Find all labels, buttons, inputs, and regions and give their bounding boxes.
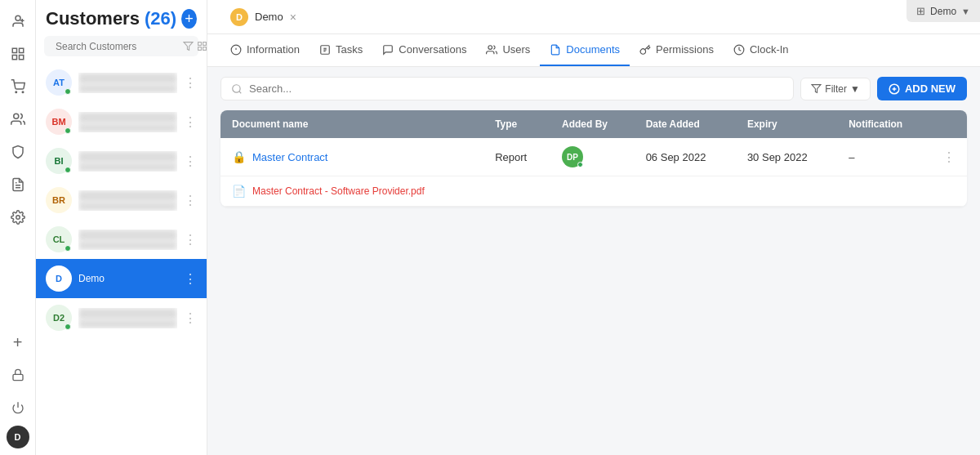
nav-cart[interactable] <box>3 72 33 101</box>
list-item[interactable]: D2 ██████████ ████ ⋮ <box>36 298 207 337</box>
nav-lock[interactable] <box>3 360 33 390</box>
doc-date-added: 06 Sep 2022 <box>635 138 736 176</box>
more-options-button[interactable]: ⋮ <box>184 154 197 169</box>
doc-type <box>483 176 550 207</box>
tab-permissions[interactable]: Permissions <box>630 34 724 66</box>
customer-name: ██████████ <box>78 230 177 241</box>
table-header-row: Document name Type Added By Date Added E… <box>220 110 967 138</box>
svg-rect-4 <box>19 48 23 52</box>
list-item[interactable]: BI ██████████ ████ ⋮ <box>36 141 207 181</box>
doc-expiry: 30 Sep 2022 <box>736 138 837 176</box>
demo-avatar: D <box>230 8 248 26</box>
more-options-button[interactable]: ⋮ <box>184 310 197 326</box>
customer-name: ██████████ <box>78 73 177 84</box>
list-item[interactable]: BM ██████████ ████ ⋮ <box>36 102 207 141</box>
document-pdf-name: Master Contract - Software Provider.pdf <box>252 185 425 197</box>
svg-point-9 <box>13 114 18 118</box>
nav-grid[interactable] <box>3 39 33 69</box>
demo-tab-label: Demo <box>255 11 283 23</box>
tab-information[interactable]: Information <box>220 34 310 66</box>
customer-sub: ████ <box>78 123 177 132</box>
add-customer-button[interactable]: + <box>181 9 197 29</box>
sidebar-header: Customers (26) + <box>36 0 207 36</box>
nav-settings[interactable] <box>3 203 33 232</box>
documents-content: Filter ▼ ADD NEW Document name Type Adde… <box>207 67 980 455</box>
info-icon <box>230 44 242 56</box>
list-item[interactable]: D Demo ⋮ <box>36 259 207 298</box>
table-row[interactable]: 🔒 Master Contract Report DP 06 Sep 2022 … <box>220 138 967 176</box>
customer-name: Demo <box>78 273 177 284</box>
nav-document[interactable] <box>3 170 33 199</box>
svg-rect-21 <box>198 47 202 51</box>
search-input[interactable] <box>56 41 178 52</box>
customer-sub: ████ <box>78 202 177 211</box>
more-options-button[interactable]: ⋮ <box>184 193 197 208</box>
avatar: BR <box>46 187 72 213</box>
col-document-name: Document name <box>220 110 483 138</box>
avatar: CL <box>46 226 72 252</box>
demo-tab[interactable]: D Demo × <box>220 0 306 33</box>
nav-power[interactable] <box>3 393 33 422</box>
document-icon <box>550 44 561 56</box>
col-notification: Notification <box>837 110 931 138</box>
user-avatar[interactable]: D <box>7 426 29 448</box>
table-row[interactable]: 📄 Master Contract - Software Provider.pd… <box>220 176 967 207</box>
tab-clock-in[interactable]: Clock-In <box>724 34 799 66</box>
main-content: D Demo × Information Tasks Conversations… <box>207 0 980 455</box>
doc-added-by: DP <box>550 138 635 176</box>
top-bar: D Demo × <box>207 0 980 34</box>
doc-name-cell: 🔒 Master Contract <box>220 138 483 176</box>
layout-icon[interactable] <box>197 41 207 51</box>
customer-name: ██████████ <box>78 308 177 319</box>
customers-sidebar: Customers (26) + « AT ██████████ ████ ⋮ … <box>36 0 207 455</box>
tab-documents[interactable]: Documents <box>540 34 630 66</box>
users-icon <box>486 44 497 56</box>
svg-rect-5 <box>12 56 16 60</box>
tab-tasks[interactable]: Tasks <box>310 34 372 66</box>
close-tab-button[interactable]: × <box>290 11 296 24</box>
nav-people[interactable] <box>3 105 33 134</box>
document-search-input[interactable] <box>249 83 783 95</box>
svg-rect-13 <box>13 374 23 380</box>
svg-rect-19 <box>203 42 207 46</box>
action-bar: Filter ▼ ADD NEW <box>220 77 967 100</box>
avatar: D <box>46 265 72 292</box>
row-more-button[interactable]: ⋮ <box>942 150 956 164</box>
filter-icon[interactable] <box>183 41 194 51</box>
avatar: BI <box>46 148 72 174</box>
customer-name: ██████████ <box>78 190 177 202</box>
document-search <box>220 77 794 100</box>
list-item[interactable]: CL ██████████ ████ ⋮ <box>36 220 207 259</box>
customer-name: ██████████ <box>78 151 177 163</box>
svg-point-7 <box>16 91 17 93</box>
tab-conversations[interactable]: Conversations <box>372 34 476 66</box>
list-item[interactable]: AT ██████████ ████ ⋮ <box>36 63 207 102</box>
nav-user-plus[interactable] <box>3 7 33 36</box>
detail-tabs: Information Tasks Conversations Users Do… <box>207 34 980 67</box>
search-docs-icon <box>231 83 243 95</box>
window-chevron[interactable]: ▼ <box>961 7 970 16</box>
col-added-by: Added By <box>550 110 635 138</box>
nav-shield[interactable] <box>3 137 33 167</box>
window-grid-icon: ⊞ <box>916 5 925 17</box>
lock-doc-icon: 🔒 <box>232 150 246 163</box>
nav-add[interactable]: + <box>3 328 33 357</box>
more-options-button[interactable]: ⋮ <box>184 75 197 91</box>
more-options-button[interactable]: ⋮ <box>184 232 197 248</box>
sidebar-title: Customers <box>46 8 140 29</box>
list-item[interactable]: BR ██████████ ████ ⋮ <box>36 181 207 220</box>
more-options-button[interactable]: ⋮ <box>184 114 197 130</box>
col-type: Type <box>483 110 550 138</box>
tab-users[interactable]: Users <box>476 34 540 66</box>
more-options-button[interactable]: ⋮ <box>184 271 197 287</box>
document-link[interactable]: Master Contract <box>252 151 327 163</box>
avatar: D2 <box>46 305 72 331</box>
tasks-icon <box>319 44 331 56</box>
svg-marker-33 <box>812 85 821 93</box>
svg-rect-6 <box>19 56 23 60</box>
add-new-button[interactable]: ADD NEW <box>877 77 967 100</box>
customer-name: ██████████ <box>78 112 177 123</box>
doc-added-by <box>550 176 635 207</box>
filter-button[interactable]: Filter ▼ <box>800 78 871 100</box>
svg-line-32 <box>239 91 242 93</box>
